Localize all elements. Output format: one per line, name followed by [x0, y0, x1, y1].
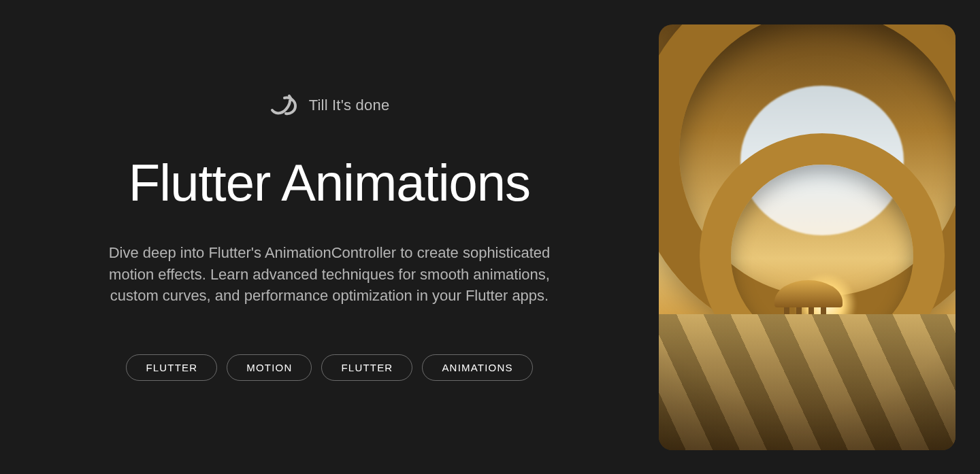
- hero-left: Till It's done Flutter Animations Dive d…: [0, 0, 659, 474]
- tag-animations[interactable]: ANIMATIONS: [422, 354, 532, 381]
- tag-row: FLUTTER MOTION FLUTTER ANIMATIONS: [126, 354, 532, 381]
- tag-flutter[interactable]: FLUTTER: [126, 354, 217, 381]
- tag-flutter-2[interactable]: FLUTTER: [321, 354, 412, 381]
- brand: Till It's done: [270, 93, 390, 118]
- page-description: Dive deep into Flutter's AnimationContro…: [98, 242, 561, 307]
- page-title: Flutter Animations: [129, 153, 530, 212]
- brand-logo-icon: [270, 93, 299, 118]
- brand-name: Till It's done: [309, 97, 390, 114]
- hero-image: [659, 24, 956, 450]
- decorative-vignette: [659, 24, 956, 450]
- hero-right: [659, 0, 980, 474]
- tag-motion[interactable]: MOTION: [227, 354, 312, 381]
